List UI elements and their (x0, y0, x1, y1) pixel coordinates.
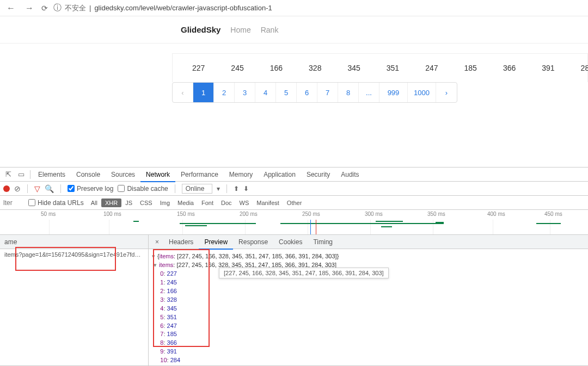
nav-rank[interactable]: Rank (261, 26, 279, 34)
nav-home[interactable]: Home (230, 26, 250, 34)
detail-tab-response[interactable]: Response (233, 235, 273, 249)
filter-chip-ws[interactable]: WS (236, 198, 253, 207)
json-line[interactable]: 3: 328 (152, 296, 588, 305)
reload-icon[interactable]: ⟳ (41, 4, 48, 13)
search-icon[interactable]: 🔍 (45, 184, 54, 193)
filter-chip-other[interactable]: Other (283, 198, 306, 207)
json-line[interactable]: 11: 303 (152, 365, 588, 365)
brand[interactable]: GlidedSky (181, 25, 220, 34)
json-line[interactable]: 4: 345 (152, 305, 588, 313)
close-icon[interactable]: × (151, 238, 163, 246)
page-link[interactable]: 7 (317, 83, 338, 102)
device-icon[interactable]: ▭ (15, 170, 28, 178)
network-timeline[interactable]: 50 ms100 ms150 ms200 ms250 ms300 ms350 m… (0, 210, 588, 235)
preserve-log-checkbox[interactable]: Preserve log (68, 185, 113, 193)
page-link[interactable]: 8 (338, 83, 359, 102)
dropdown-icon[interactable]: ▾ (217, 185, 220, 193)
devtools-tab-elements[interactable]: Elements (33, 168, 71, 182)
detail-tab-timing[interactable]: Timing (308, 235, 338, 249)
json-line[interactable]: 1: 245 (152, 278, 588, 287)
upload-icon[interactable]: ⬆ (234, 185, 239, 193)
json-line[interactable]: 10: 284 (152, 356, 588, 365)
devtools-panel: ⇱ ▭ ElementsConsoleSourcesNetworkPerform… (0, 167, 588, 366)
page-content: 227245166328345351247185366391284 ‹12345… (0, 44, 588, 103)
filter-chip-css[interactable]: CSS (136, 198, 156, 207)
json-line[interactable]: 9: 391 (152, 348, 588, 356)
devtools-tab-performance[interactable]: Performance (175, 168, 224, 182)
page-link[interactable]: 1 (193, 83, 214, 102)
separator (226, 184, 227, 193)
insecure-label: 不安全 (65, 3, 86, 13)
inspect-icon[interactable]: ⇱ (2, 170, 15, 178)
json-line[interactable]: 2: 166 (152, 287, 588, 296)
filter-input[interactable] (3, 199, 25, 207)
page-link[interactable]: 3 (235, 83, 255, 102)
hide-data-urls-label: Hide data URLs (38, 199, 84, 207)
request-detail: × HeadersPreviewResponseCookiesTiming ▾{… (149, 235, 588, 365)
page-link[interactable]: 2 (214, 83, 235, 102)
number-cell: 351 (373, 54, 412, 82)
record-icon[interactable] (3, 185, 10, 192)
page-link[interactable]: 4 (255, 83, 276, 102)
page-link[interactable]: 1000 (408, 83, 436, 102)
number-cell: 227 (173, 54, 218, 82)
network-toolbar: ⊘ ▽ 🔍 Preserve log Disable cache Online … (0, 182, 588, 196)
page-link[interactable]: ‹ (173, 83, 193, 102)
filter-chip-media[interactable]: Media (174, 198, 198, 207)
disable-cache-checkbox[interactable]: Disable cache (118, 185, 168, 193)
filter-chip-font[interactable]: Font (198, 198, 217, 207)
filter-chip-xhr[interactable]: XHR (101, 198, 121, 207)
separator (30, 170, 30, 179)
json-line[interactable]: 7: 185 (152, 330, 588, 339)
json-line[interactable]: 5: 351 (152, 313, 588, 322)
json-preview[interactable]: ▾{items: [227, 245, 166, 328, 345, 351, … (149, 249, 588, 365)
filter-icon[interactable]: ▽ (34, 184, 40, 193)
clear-icon[interactable]: ⊘ (14, 184, 21, 193)
forward-icon[interactable]: → (23, 3, 36, 13)
timeline-label: 300 ms (365, 211, 383, 217)
back-icon[interactable]: ← (4, 3, 17, 13)
devtools-tab-sources[interactable]: Sources (106, 168, 140, 182)
detail-tab-cookies[interactable]: Cookies (273, 235, 308, 249)
disable-cache-label: Disable cache (127, 185, 168, 193)
page-link[interactable]: 999 (379, 83, 408, 102)
pagination: ‹12345678...9991000› (172, 82, 457, 103)
number-cell: 284 (568, 54, 588, 82)
request-row[interactable]: items?page=1&t=1567124095&sign=17e491e7f… (0, 249, 148, 260)
address-bar[interactable]: ⓘ 不安全 | glidedsky.com/level/web/crawler-… (53, 3, 272, 13)
timeline-label: 250 ms (302, 211, 320, 217)
info-icon: ⓘ (53, 3, 62, 13)
page-link[interactable]: 5 (276, 83, 297, 102)
json-line[interactable]: 8: 366 (152, 339, 588, 348)
separator (60, 184, 61, 193)
devtools-tab-audits[interactable]: Audits (335, 168, 364, 182)
filter-chip-manifest[interactable]: Manifest (253, 198, 283, 207)
detail-tab-preview[interactable]: Preview (199, 235, 233, 249)
separator (175, 184, 175, 193)
separator (27, 184, 28, 193)
browser-toolbar: ← → ⟳ ⓘ 不安全 | glidedsky.com/level/web/cr… (0, 0, 588, 16)
page-link[interactable]: › (436, 83, 457, 102)
filter-chip-js[interactable]: JS (121, 198, 136, 207)
filter-chip-doc[interactable]: Doc (217, 198, 236, 207)
devtools-tab-memory[interactable]: Memory (224, 168, 258, 182)
devtools-tab-network[interactable]: Network (140, 168, 175, 182)
throttle-select[interactable]: Online (182, 184, 213, 194)
number-cell: 345 (334, 54, 373, 82)
json-line[interactable]: ▾{items: [227, 245, 166, 328, 345, 351, … (152, 252, 588, 261)
filter-chip-img[interactable]: Img (156, 198, 174, 207)
hide-data-urls-checkbox[interactable]: Hide data URLs (28, 199, 84, 207)
download-icon[interactable]: ⬇ (243, 185, 249, 193)
json-line[interactable]: 6: 247 (152, 322, 588, 331)
page-link[interactable]: 6 (297, 83, 317, 102)
devtools-tab-application[interactable]: Application (258, 168, 301, 182)
name-column-header[interactable]: ame (0, 235, 148, 249)
page-link[interactable]: ... (359, 83, 379, 102)
detail-tab-headers[interactable]: Headers (163, 235, 199, 249)
number-cell: 185 (451, 54, 490, 82)
filter-chip-all[interactable]: All (87, 198, 101, 207)
devtools-tab-security[interactable]: Security (301, 168, 335, 182)
devtools-body: ame items?page=1&t=1567124095&sign=17e49… (0, 235, 588, 366)
devtools-tab-console[interactable]: Console (71, 168, 106, 182)
number-row: 227245166328345351247185366391284 (172, 53, 588, 82)
